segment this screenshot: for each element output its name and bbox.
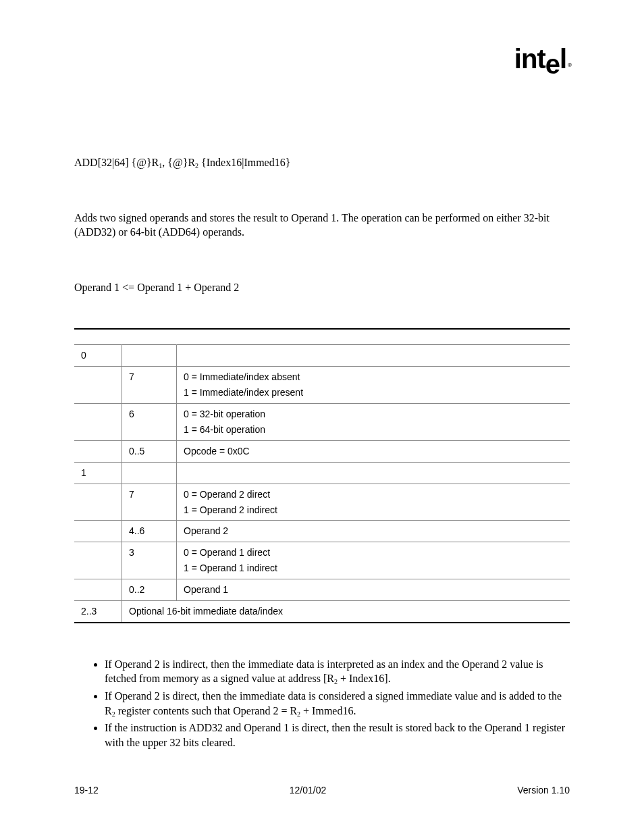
bullet-text: + Immed16. [300,705,356,716]
desc-cell: Opcode = 0x0C [177,440,570,462]
syntax-sub-1: 1 [159,162,162,170]
syntax-sub-2: 2 [195,162,198,170]
table-row: 1 = Operand 1 indirect [74,561,570,579]
byte-cell [74,542,122,561]
registered-mark: ® [568,62,571,68]
syntax-part-3: {Index16|Immed16} [198,157,290,168]
logo-text: intel [514,44,566,79]
bit-cell: 7 [122,484,177,502]
intel-logo: intel® [514,41,570,77]
table-row: 4..6 Operand 2 [74,521,570,542]
syntax-line: ADD[32|64] {@}R1, {@}R2 {Index16|Immed16… [74,155,570,170]
bullet-text: If Operand 2 is indirect, then the immed… [105,658,543,685]
byte-cell [74,484,122,502]
table-row: 7 0 = Immediate/index absent [74,367,570,385]
bit-cell: 3 [122,542,177,561]
desc-cell: 1 = Operand 1 indirect [177,561,570,579]
table-row: 0..2 Operand 1 [74,579,570,601]
list-item: If Operand 2 is indirect, then the immed… [105,657,570,686]
syntax-part-2: , {@}R [162,157,195,168]
desc-cell: Operand 1 [177,579,570,601]
table-row: 3 0 = Operand 1 direct [74,542,570,561]
desc-cell: 0 = Operand 1 direct [177,542,570,561]
operation-line: Operand 1 <= Operand 1 + Operand 2 [74,280,570,295]
syntax-part-1: ADD[32|64] {@}R [74,157,159,168]
bullet-text: register contents such that Operand 2 = … [115,705,297,716]
byte-cell [74,440,122,462]
table-row: 1 = 64-bit operation [74,422,570,440]
desc-cell: 0 = Operand 2 direct [177,484,570,502]
bit-cell [122,385,177,403]
header-desc [177,329,570,345]
byte-cell: 2..3 [74,600,122,622]
bit-cell [122,462,177,484]
bit-cell [122,561,177,579]
desc-cell: 1 = Operand 2 indirect [177,502,570,521]
list-item: If Operand 2 is direct, then the immedia… [105,689,570,718]
table-row: 1 [74,462,570,484]
desc-cell: 0 = Immediate/index absent [177,367,570,385]
bullet-sub: 2 [334,678,338,685]
bit-cell: 7 [122,367,177,385]
desc-cell: Optional 16-bit immediate data/index [122,600,570,622]
byte-cell [74,385,122,403]
desc-cell: Operand 2 [177,521,570,542]
table-row: 6 0 = 32-bit operation [74,404,570,422]
byte-cell: 1 [74,462,122,484]
byte-cell [74,502,122,521]
desc-cell: 1 = Immediate/index present [177,385,570,403]
footer-version: Version 1.10 [517,784,570,797]
table-row: 1 = Operand 2 indirect [74,502,570,521]
page-footer: 19-12 12/01/02 Version 1.10 [74,784,570,797]
footer-date: 12/01/02 [290,784,327,797]
header-bit [122,329,177,345]
bit-cell [122,502,177,521]
byte-cell [74,422,122,440]
desc-cell [177,462,570,484]
table-row: 7 0 = Operand 2 direct [74,484,570,502]
table-row: 0..5 Opcode = 0x0C [74,440,570,462]
list-item: If the instruction is ADD32 and Operand … [105,721,570,750]
encoding-table: 0 7 0 = Immediate/index absent 1 = Immed… [74,328,570,623]
table-row: 1 = Immediate/index present [74,385,570,403]
bullet-text: + Index16]. [338,673,391,684]
bullet-sub: 2 [112,710,115,718]
bit-cell: 6 [122,404,177,422]
footer-page-number: 19-12 [74,784,99,797]
bullet-sub: 2 [297,710,300,718]
byte-cell: 0 [74,345,122,367]
notes-list: If Operand 2 is indirect, then the immed… [74,657,570,750]
bit-cell [122,422,177,440]
table-row: 2..3 Optional 16-bit immediate data/inde… [74,600,570,622]
byte-cell [74,579,122,601]
desc-cell [177,345,570,367]
bit-cell: 0..5 [122,440,177,462]
bullet-text: If the instruction is ADD32 and Operand … [105,722,565,748]
byte-cell [74,521,122,542]
description-paragraph: Adds two signed operands and stores the … [74,211,570,240]
header-byte [74,329,122,345]
bit-cell: 4..6 [122,521,177,542]
table-header-row [74,329,570,345]
desc-cell: 1 = 64-bit operation [177,422,570,440]
byte-cell [74,561,122,579]
bit-cell: 0..2 [122,579,177,601]
content-body: ADD[32|64] {@}R1, {@}R2 {Index16|Immed16… [74,155,570,750]
byte-cell [74,404,122,422]
page: intel® ADD[32|64] {@}R1, {@}R2 {Index16|… [0,0,644,834]
desc-cell: 0 = 32-bit operation [177,404,570,422]
table-row: 0 [74,345,570,367]
byte-cell [74,367,122,385]
bit-cell [122,345,177,367]
